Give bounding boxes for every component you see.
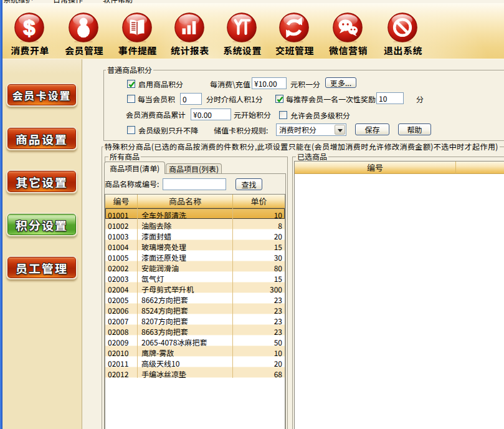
svg-text:$: $ [24,16,36,39]
